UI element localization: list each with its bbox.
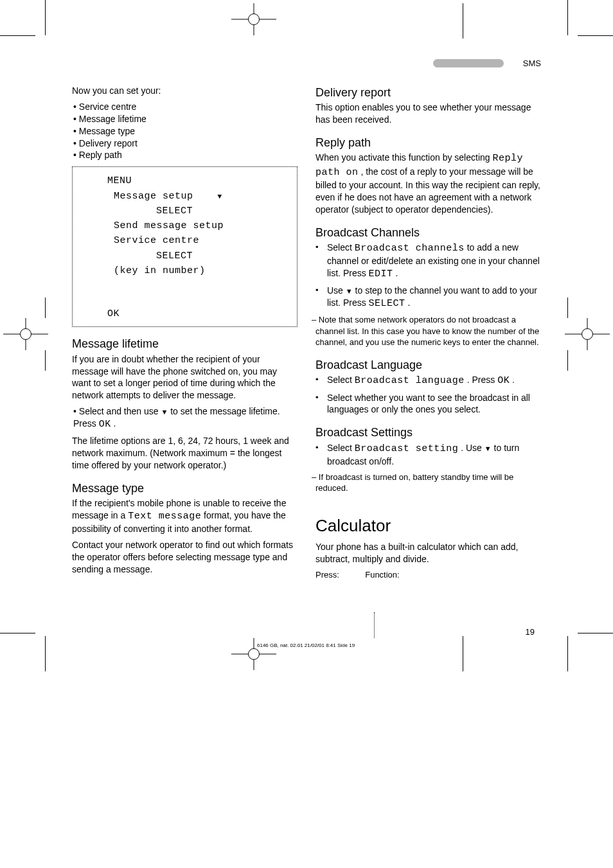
step-text: • Select — [73, 406, 104, 416]
crop-mark — [45, 0, 46, 35]
step-row: • Select Broadcast setting . Use ▼ to tu… — [315, 442, 541, 468]
step-text: . — [114, 418, 116, 429]
crop-mark — [0, 633, 35, 633]
lcd-example-box: MENU Message setup ▼ SELECT Send message… — [72, 166, 298, 327]
lcd-line: Service centre — [114, 233, 288, 248]
crop-mark — [463, 636, 463, 671]
paragraph: When you activate this function by selec… — [315, 152, 541, 215]
crop-mark — [567, 297, 568, 318]
subheading: Broadcast Settings — [315, 425, 541, 440]
select-key: SELECT — [369, 298, 405, 309]
manual-page: SMS Now you can set your: • Service cent… — [0, 0, 613, 868]
crop-mark — [567, 350, 568, 371]
step-text: Select Broadcast language . Press OK . — [327, 374, 541, 387]
crop-mark — [45, 350, 46, 371]
step-bullet: • — [315, 242, 323, 281]
lcd-line: Message setup — [114, 191, 193, 202]
section-title: Calculator — [315, 515, 541, 537]
step-text: Select whether you want to see the broad… — [327, 392, 541, 416]
col-header: Press: — [315, 569, 365, 581]
paragraph: The lifetime options are 1, 6, 24, 72 ho… — [72, 435, 298, 472]
text-message-label: Text message — [128, 511, 201, 522]
right-column: Delivery report This option enables you … — [315, 58, 541, 580]
paragraph: If you are in doubt whether the recipien… — [72, 353, 298, 402]
crop-mark — [0, 35, 35, 36]
print-footer: 6146 GB, nat. 02.01 21/02/01 8:41 Side 1… — [257, 642, 355, 650]
note-text: – If broadcast is turned on, battery sta… — [315, 472, 541, 494]
step-text: and then use — [107, 406, 161, 416]
bullet: Reply path — [79, 150, 122, 160]
step-bullet: • — [315, 374, 323, 387]
step-text: Select Broadcast channels to add a new c… — [327, 242, 541, 281]
register-mark-top — [231, 3, 276, 35]
broadcast-channels-label: Broadcast channels — [355, 243, 465, 254]
down-arrow-icon: ▼ — [161, 408, 168, 416]
register-mark-left — [3, 318, 48, 350]
bullet: Message type — [79, 126, 135, 136]
step-bullet: • — [315, 442, 323, 468]
subheading: Broadcast Channels — [315, 225, 541, 240]
step-text: Select Broadcast setting . Use ▼ to turn… — [327, 442, 541, 468]
bullet: Service centre — [79, 102, 136, 112]
page-number: 19 — [526, 626, 535, 638]
crop-mark — [567, 636, 568, 671]
step-row: • Select Broadcast language . Press OK . — [315, 374, 541, 387]
lcd-line: (key in number) — [114, 263, 288, 278]
lcd-line: MENU — [107, 173, 288, 188]
down-arrow-icon: ▼ — [218, 193, 222, 200]
lcd-line: SELECT — [156, 204, 288, 218]
lcd-line: OK — [107, 306, 288, 321]
crop-mark — [578, 633, 613, 633]
paragraph: Contact your network operator to find ou… — [72, 539, 298, 576]
step-row: • Select Broadcast channels to add a new… — [315, 242, 541, 281]
dotted-divider — [374, 612, 375, 638]
subheading: Delivery report — [315, 85, 541, 100]
broadcast-setting-label: Broadcast setting — [355, 443, 459, 454]
bullet: Message lifetime — [79, 114, 147, 124]
crop-mark — [463, 3, 463, 39]
paragraph: If the recipient's mobile phone is unabl… — [72, 497, 298, 535]
paragraph: This option enables you to see whether y… — [315, 102, 541, 126]
crop-mark — [578, 35, 613, 36]
two-column-body: Now you can set your: • Service centre •… — [72, 58, 541, 580]
step-text: Use ▼ to step to the channel you want to… — [327, 285, 541, 310]
ok-key: OK — [497, 375, 510, 386]
step-bullet: • — [315, 392, 323, 416]
subheading: Broadcast Language — [315, 357, 541, 373]
lcd-line: SELECT — [156, 249, 288, 263]
subheading: Message type — [72, 481, 298, 496]
bullet: Delivery report — [79, 138, 138, 148]
down-arrow-icon: ▼ — [484, 445, 492, 452]
note-text: – Note that some network operators do no… — [315, 314, 541, 348]
left-column: Now you can set your: • Service centre •… — [72, 58, 298, 580]
down-arrow-icon: ▼ — [346, 287, 353, 295]
crop-mark — [567, 0, 568, 35]
step-row: • Use ▼ to step to the channel you want … — [315, 285, 541, 310]
step-row: • Select whether you want to see the bro… — [315, 392, 541, 416]
crop-mark — [45, 297, 46, 318]
crop-mark — [45, 636, 46, 671]
col-header: Function: — [365, 569, 541, 581]
broadcast-language-label: Broadcast language — [355, 375, 465, 386]
subheading: Message lifetime — [72, 336, 298, 351]
intro-line: Now you can set your: — [72, 85, 298, 97]
step-bullet: • — [315, 285, 323, 310]
lcd-line: Send message setup — [114, 218, 288, 233]
ok-key: OK — [99, 419, 111, 430]
calc-table-header: Press: Function: — [315, 569, 541, 581]
edit-key: EDIT — [369, 269, 393, 279]
paragraph: Your phone has a built-in calculator whi… — [315, 541, 541, 565]
register-mark-right — [565, 318, 610, 350]
subheading: Reply path — [315, 135, 541, 150]
